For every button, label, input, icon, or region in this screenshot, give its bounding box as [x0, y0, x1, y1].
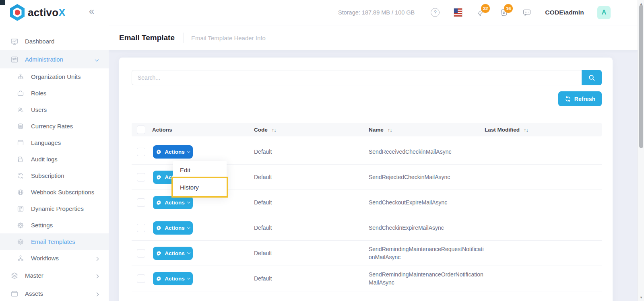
app-logo[interactable]: activoX [10, 4, 66, 21]
languages-icon [17, 139, 24, 146]
sidebar-item-master[interactable]: Master [0, 266, 109, 285]
current-user[interactable]: CODE\admin [545, 9, 584, 16]
column-label: Code [254, 127, 268, 133]
sidebar-item-label: Dashboard [25, 38, 109, 45]
announcements-badge: 32 [481, 4, 490, 13]
code-cell: Default [254, 225, 272, 231]
code-cell: Default [254, 275, 272, 282]
gear-icon [156, 149, 162, 155]
chevron-right-icon [95, 255, 98, 262]
code-cell: Default [254, 148, 272, 155]
table-row: Actions Default SendCheckinExpireMailAsy… [132, 215, 602, 241]
logo-text: activoX [28, 6, 66, 19]
sidebar-item-users[interactable]: Users [0, 101, 109, 118]
sidebar-item-label: Currency Rates [31, 123, 109, 130]
topbar: Storage: 187.89 MB / 100 GB ? 32 16 CODE… [109, 0, 638, 25]
master-icon [10, 272, 19, 280]
row-checkbox[interactable] [137, 224, 145, 232]
name-cell: SendRejectedCheckinMailAsync [369, 174, 454, 180]
email-templates-icon [17, 238, 24, 245]
row-actions-label: Actions [165, 250, 185, 256]
refresh-label: Refresh [574, 96, 595, 102]
column-header-name[interactable]: Name↑↓ [369, 127, 485, 133]
sidebar-item-email-templates[interactable]: Email Templates [0, 233, 109, 250]
column-header-code[interactable]: Code↑↓ [254, 127, 369, 133]
sidebar-item-workflows[interactable]: Workflows [0, 250, 109, 266]
menu-item-edit[interactable]: Edit [173, 161, 227, 178]
row-checkbox[interactable] [137, 274, 145, 283]
row-checkbox[interactable] [137, 249, 145, 258]
sidebar-item-dashboard[interactable]: Dashboard [0, 32, 109, 50]
sidebar-item-organization-units[interactable]: Organization Units [0, 68, 109, 85]
sidebar-item-label: Languages [31, 139, 109, 146]
sort-icon[interactable]: ↑↓ [388, 127, 392, 133]
help-icon[interactable]: ? [430, 8, 440, 17]
refresh-button[interactable]: Refresh [558, 91, 602, 106]
row-actions-button[interactable]: Actions [153, 272, 193, 285]
row-checkbox[interactable] [137, 148, 145, 156]
sidebar-item-label: Webhook Subscriptions [31, 189, 109, 196]
row-checkbox[interactable] [137, 198, 145, 207]
webhook-subscriptions-icon [17, 189, 24, 196]
sidebar-item-languages[interactable]: Languages [0, 134, 109, 151]
notifications-badge: 16 [504, 4, 513, 13]
storage-usage: Storage: 187.89 MB / 100 GB [338, 9, 415, 16]
sort-icon[interactable]: ↑↓ [272, 127, 276, 133]
page-scrollbar[interactable]: ▲ ▼ [638, 0, 644, 301]
gear-icon [156, 276, 162, 282]
row-actions-button[interactable]: Actions [153, 145, 193, 159]
row-actions-button[interactable]: Actions [153, 247, 193, 260]
sidebar-item-label: Organization Units [31, 73, 109, 80]
sidebar-collapse-icon[interactable]: « [89, 6, 94, 16]
notifications-icon[interactable]: 16 [499, 8, 509, 17]
name-cell: SendReceivedCheckinMailAsync [369, 148, 455, 155]
sidebar-item-audit-logs[interactable]: Audit logs [0, 151, 109, 167]
sidebar-item-label: Dynamic Properties [31, 205, 109, 212]
settings-icon [17, 222, 24, 229]
sidebar-item-roles[interactable]: Roles [0, 85, 109, 101]
row-checkbox[interactable] [137, 173, 145, 181]
column-label: Last Modified [485, 127, 520, 133]
announcements-icon[interactable]: 32 [476, 8, 486, 17]
search-input[interactable] [132, 70, 582, 85]
row-actions-button[interactable]: Actions [153, 196, 193, 209]
gear-icon [156, 200, 162, 206]
sidebar-item-dynamic-properties[interactable]: Dynamic Properties [0, 200, 109, 217]
sort-icon[interactable]: ↑↓ [524, 127, 528, 133]
roles-icon [17, 90, 24, 97]
row-actions-button[interactable]: Actions [153, 221, 193, 235]
scrollbar-thumb[interactable] [639, 5, 643, 148]
row-actions-label: Actions [165, 200, 185, 206]
sidebar-item-assets[interactable]: Assets [0, 285, 109, 301]
sidebar-item-administration[interactable]: Administration [0, 50, 109, 68]
scrollbar-down-arrow[interactable]: ▼ [638, 295, 644, 300]
dynamic-properties-icon [17, 205, 24, 212]
search-button[interactable] [582, 70, 602, 85]
chevron-down-icon [187, 225, 190, 229]
dashboard-icon [10, 37, 19, 45]
sidebar-item-label: Administration [25, 56, 95, 63]
logo-hexagon-icon [10, 4, 25, 21]
sidebar-item-label: Master [25, 272, 95, 279]
sidebar-item-subscription[interactable]: Subscription [0, 167, 109, 184]
gear-icon [156, 174, 162, 180]
language-flag-icon[interactable] [453, 8, 463, 17]
column-header-last-modified[interactable]: Last Modified↑↓ [485, 127, 602, 133]
administration-icon [10, 56, 19, 64]
chevron-down-icon [187, 251, 190, 254]
menu-item-history[interactable]: History [173, 178, 227, 196]
header-checkbox-cell [132, 126, 152, 134]
currency-rates-icon [17, 123, 24, 130]
search-bar [132, 70, 602, 85]
chevron-down-icon [187, 276, 190, 279]
sidebar-item-settings[interactable]: Settings [0, 217, 109, 233]
avatar[interactable]: A [597, 6, 611, 19]
code-cell: Default [254, 250, 272, 256]
sidebar-item-webhook-subscriptions[interactable]: Webhook Subscriptions [0, 184, 109, 200]
sidebar-item-label: Audit logs [31, 156, 109, 163]
sidebar-item-currency-rates[interactable]: Currency Rates [0, 118, 109, 134]
select-all-checkbox[interactable] [137, 126, 145, 134]
table-row: Actions Default SendRemindingMaintenance… [132, 241, 602, 266]
chat-icon[interactable] [522, 8, 532, 17]
sidebar-header: activoX « [0, 0, 109, 32]
